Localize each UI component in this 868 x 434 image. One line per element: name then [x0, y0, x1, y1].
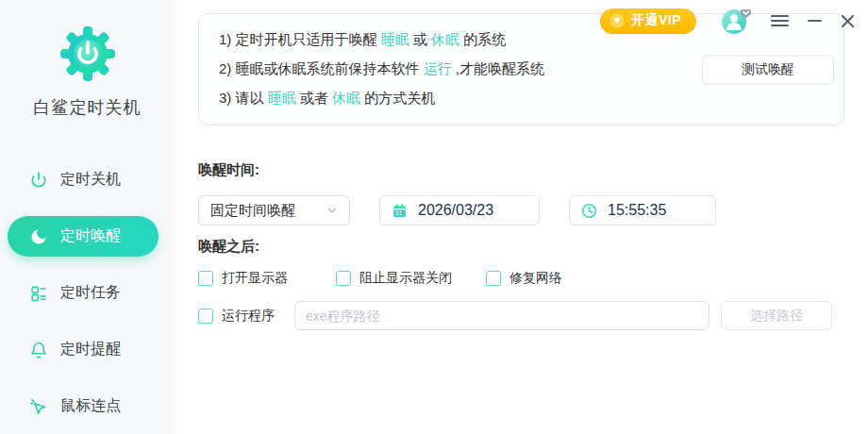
choose-path-button[interactable]: 选择路径	[721, 301, 832, 330]
checkbox-label: 阻止显示器关闭	[359, 270, 452, 287]
moon-icon	[29, 227, 48, 246]
note-line: 3) 请以 睡眠 或者 休眠 的方式关机	[219, 83, 824, 112]
power-icon	[29, 171, 48, 190]
app-logo-gear-power-icon	[58, 24, 118, 84]
checkbox-label: 运行程序	[222, 308, 275, 325]
close-button[interactable]	[841, 9, 855, 32]
checkbox-turn-on-display[interactable]: 打开显示器	[198, 270, 288, 287]
wake-mode-select[interactable]: 固定时间唤醒	[198, 195, 350, 225]
app-window: 白鲨定时关机 定时关机 定时唤醒	[0, 0, 868, 434]
wake-clock-field[interactable]: 15:55:35	[569, 195, 716, 225]
sidebar-item-label: 定时提醒	[60, 340, 121, 359]
close-icon	[841, 14, 855, 28]
test-wake-button[interactable]: 测试唤醒	[702, 55, 834, 84]
main-panel: 开通VIP	[175, 0, 868, 434]
sidebar-item-label: 定时唤醒	[60, 226, 121, 246]
checkbox-prevent-display-off[interactable]: 阻止显示器关闭	[336, 270, 452, 287]
menu-button[interactable]	[771, 9, 789, 32]
sidebar-item-scheduled-reminder[interactable]: 定时提醒	[8, 329, 159, 370]
cursor-click-icon	[29, 397, 48, 416]
diamond-icon	[609, 12, 626, 29]
bell-icon	[29, 341, 48, 359]
hamburger-icon	[771, 13, 789, 29]
exe-path-input[interactable]	[294, 301, 709, 330]
sidebar-item-label: 鼠标连点	[60, 396, 121, 416]
sidebar: 白鲨定时关机 定时关机 定时唤醒	[0, 0, 175, 434]
wake-time-controls: 固定时间唤醒	[198, 195, 844, 225]
tasks-icon	[29, 284, 48, 303]
sidebar-item-mouse-clicker[interactable]: 鼠标连点	[8, 386, 159, 426]
wake-clock-value: 15:55:35	[608, 202, 666, 219]
sidebar-item-label: 定时关机	[60, 170, 121, 190]
wake-date-value: 2026/03/23	[418, 202, 493, 219]
sidebar-item-label: 定时任务	[60, 283, 121, 303]
wake-date-field[interactable]: 2026/03/23	[379, 195, 540, 225]
run-program-row: 运行程序 选择路径	[198, 301, 844, 330]
checkbox-icon[interactable]	[336, 271, 351, 286]
wake-mode-selected-value: 固定时间唤醒	[210, 202, 295, 220]
checkbox-repair-network[interactable]: 修复网络	[486, 270, 562, 287]
sidebar-menu: 定时关机 定时唤醒	[0, 159, 175, 426]
sidebar-item-scheduled-tasks[interactable]: 定时任务	[8, 273, 159, 313]
titlebar: 开通VIP	[600, 0, 868, 42]
avatar[interactable]	[720, 6, 752, 36]
wake-time-label: 唤醒时间:	[198, 161, 844, 179]
after-wake-options: 打开显示器 阻止显示器关闭 修复网络	[198, 270, 844, 287]
clock-icon	[581, 203, 597, 219]
wake-tab-content: 1) 定时开机只适用于唤醒 睡眠 或 休眠 的系统 2) 睡眠或休眠系统前保持本…	[175, 0, 868, 330]
minimize-button[interactable]	[808, 9, 822, 32]
checkbox-label: 修复网络	[509, 270, 562, 287]
checkbox-icon[interactable]	[486, 271, 501, 286]
calendar-icon	[392, 203, 408, 219]
app-title: 白鲨定时关机	[0, 96, 175, 119]
sidebar-item-scheduled-shutdown[interactable]: 定时关机	[8, 159, 159, 200]
vip-button-label: 开通VIP	[631, 12, 681, 29]
after-wake-label: 唤醒之后:	[198, 238, 844, 256]
chevron-down-icon	[326, 204, 339, 217]
checkbox-run-program[interactable]: 运行程序	[198, 308, 275, 325]
checkbox-label: 打开显示器	[222, 270, 288, 287]
vip-button[interactable]: 开通VIP	[600, 8, 696, 34]
checkbox-icon[interactable]	[198, 309, 213, 324]
checkbox-icon[interactable]	[198, 271, 213, 286]
minimize-icon	[808, 20, 822, 22]
sidebar-item-scheduled-wake[interactable]: 定时唤醒	[8, 216, 159, 257]
